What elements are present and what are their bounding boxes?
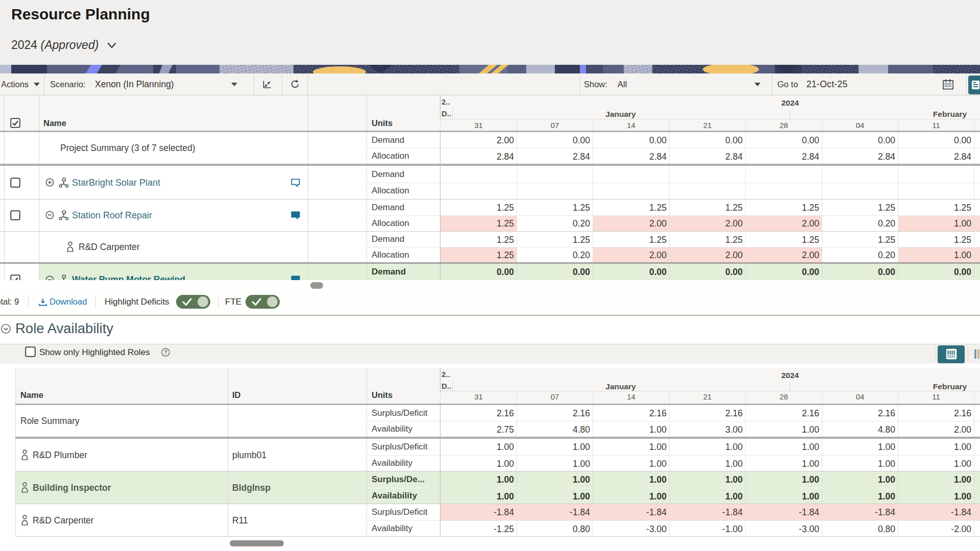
svg-text:?: ?	[164, 349, 167, 355]
